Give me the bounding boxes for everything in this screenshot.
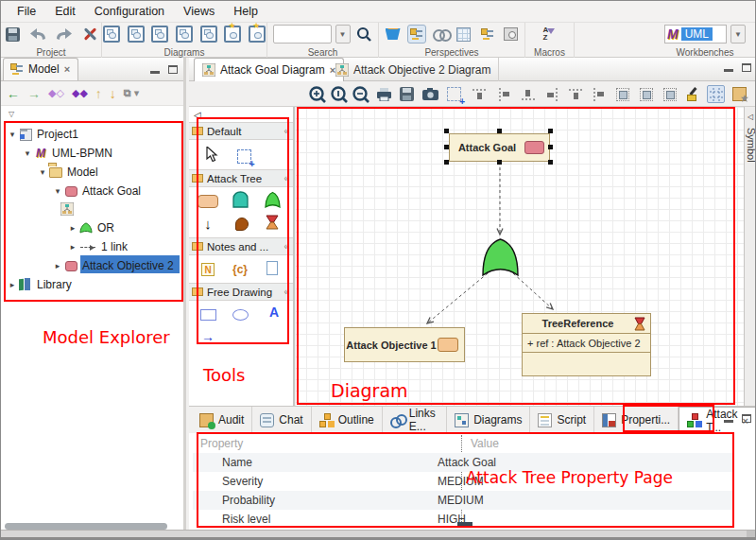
align-right-icon[interactable] [542,85,560,103]
grid-perspective-icon[interactable] [455,25,473,44]
palette-section-free-drawing[interactable]: Free Drawing « [189,283,293,301]
node-attack-objective-1[interactable]: Attack Objective 1 [344,327,465,362]
search-icon[interactable] [354,25,373,44]
tree-item-attack-objective-2[interactable]: ▸ Attack Objective 2 [1,256,183,275]
tool-rectangle[interactable] [197,305,219,324]
menu-configuration[interactable]: Configuration [86,3,173,20]
tool-tree-reference[interactable] [261,213,284,232]
undo-icon[interactable] [29,25,48,44]
tab-attack-objective-2-diagram[interactable]: Attack Objective 2 Diagram [328,58,499,81]
tab-links-editor[interactable]: Links E... [383,407,447,433]
scrollbar-thumb[interactable] [457,522,472,526]
tab-outline[interactable]: Outline [312,407,383,433]
configure-icon[interactable] [80,25,99,44]
tool-ellipse[interactable] [229,305,251,324]
new-matrix-icon[interactable] [248,25,266,44]
tree-item-attack-goal[interactable]: ▾ Attack Goal [1,182,183,200]
nav-forward-icon[interactable]: → [27,87,41,100]
snapshot-icon[interactable] [421,85,439,103]
tab-audit[interactable]: Audit [192,407,252,433]
collapse-chevron-icon[interactable]: « [284,173,293,183]
expander-icon[interactable]: ▸ [67,242,78,252]
copy-view-icon[interactable]: ⧉ ▾ [124,88,139,98]
align-left-icon[interactable] [495,85,513,103]
tab-attack-goal-diagram[interactable]: Attack Goal Diagram × [194,58,344,81]
tool-constraint[interactable]: {c} [229,260,251,279]
selection-handle[interactable] [444,160,449,165]
tool-select[interactable] [200,145,223,164]
expander-icon[interactable]: ▾ [7,130,18,139]
selection-handle[interactable] [497,160,502,165]
tool-attack-node[interactable] [197,192,219,211]
horizontal-scrollbar[interactable] [5,523,167,530]
diagram-canvas[interactable]: Attack Goal Attack Objective 1 TreeRefer… [294,107,744,406]
search-input[interactable] [273,25,332,44]
tab-chat[interactable]: Chat [252,407,311,433]
or-gate-node[interactable] [483,239,518,275]
tree-item-uml-bpmn[interactable]: ▾ M UML-BPMN [1,144,183,163]
tab-properties[interactable]: Properti... [594,407,679,433]
same-height-icon[interactable] [637,85,655,103]
minimize-icon[interactable] [724,420,733,423]
property-value[interactable]: MEDIUM [428,494,484,507]
expand-left-icon[interactable]: ◁ [747,113,753,121]
align-bottom-icon[interactable] [519,85,537,103]
print-icon[interactable] [375,85,393,103]
node-attack-goal[interactable]: Attack Goal [449,133,550,162]
tool-or-gate[interactable] [261,190,284,209]
close-icon[interactable]: × [64,63,70,75]
minimize-icon[interactable] [724,69,733,72]
marquee-zoom-icon[interactable] [445,85,463,103]
center-horizontal-icon[interactable] [590,85,608,103]
links-perspective-icon[interactable] [431,25,450,44]
tree-item-project1[interactable]: ▾ Project1 [1,125,183,144]
selection-handle[interactable] [444,129,449,133]
column-header-value[interactable]: Value [471,437,499,450]
tree-item-attack-goal-diagram[interactable]: Attack Goal Diagram [1,200,183,218]
tool-and-gate[interactable] [229,190,251,209]
safe-perspective-icon[interactable] [502,25,521,44]
tool-attack-link[interactable]: ↓ [197,214,219,233]
center-vertical-icon[interactable] [566,85,584,103]
tool-note[interactable]: N [197,260,219,279]
resize-grip[interactable] [747,531,756,540]
tool-marquee-select[interactable] [232,147,255,165]
palette-section-default[interactable]: Default « [189,122,293,140]
selection-handle[interactable] [548,129,553,133]
tab-diagrams[interactable]: Diagrams [447,407,530,433]
tool-impact[interactable] [231,215,253,234]
selection-handle[interactable] [497,129,502,133]
view-menu-chevron-icon[interactable]: ▽ [9,110,14,118]
maximize-icon[interactable] [168,65,178,74]
move-up-icon[interactable]: ↑ [95,87,102,100]
column-header-property[interactable]: Property [200,437,243,450]
expander-icon[interactable]: ▸ [67,223,78,233]
selection-handle[interactable] [548,145,553,149]
expander-icon[interactable]: ▾ [52,186,63,196]
expander-icon[interactable]: ▾ [22,148,33,158]
related-left-icon[interactable]: ◆◇ [48,88,64,98]
tab-script[interactable]: Script [530,407,594,433]
minimize-icon[interactable] [150,71,160,74]
list-perspective-icon[interactable] [478,25,497,44]
symbol-style-icon[interactable] [730,85,748,103]
tree-item-library[interactable]: ▸ Library [1,275,183,294]
node-tree-reference[interactable]: TreeReference + ref : Attack Objective 2 [522,313,651,376]
symbol-side-tab[interactable]: ◁ Symbol [744,107,756,406]
usecase-diagram-icon[interactable] [150,25,169,44]
maximize-icon[interactable] [742,63,751,72]
menu-help[interactable]: Help [225,3,266,20]
same-width-icon[interactable] [613,85,631,103]
collapse-chevron-icon[interactable]: « [284,241,293,252]
expander-icon[interactable]: ▸ [7,280,18,289]
menu-edit[interactable]: Edit [46,3,84,20]
format-painter-icon[interactable] [684,85,702,103]
workbench-dropdown-icon[interactable]: ▼ [730,25,746,44]
snap-grid-icon[interactable] [707,85,725,103]
property-row-risk-level[interactable]: Risk level HIGH [193,510,733,529]
tool-text[interactable]: A [263,303,285,322]
sort-az-icon[interactable]: AZ [541,25,559,44]
same-size-icon[interactable] [661,85,679,103]
bucket-icon[interactable] [384,25,403,44]
expander-icon[interactable]: ▸ [52,261,63,270]
